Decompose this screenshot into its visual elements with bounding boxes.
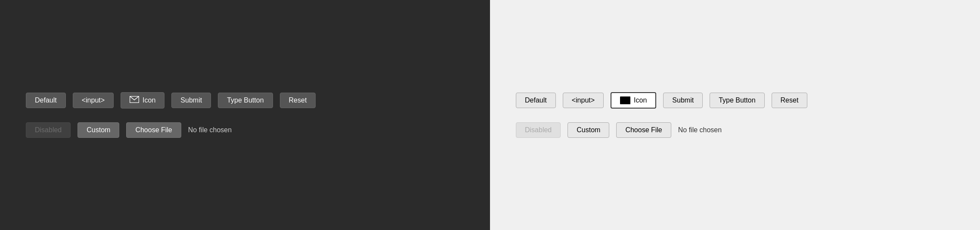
light-icon-button[interactable]: Icon [611, 92, 656, 109]
light-custom-button[interactable]: Custom [568, 122, 609, 138]
light-choose-file-button[interactable]: Choose File [616, 122, 671, 138]
light-row-2: Disabled Custom Choose File No file chos… [516, 122, 722, 138]
dark-custom-button[interactable]: Custom [78, 122, 119, 138]
dark-icon-button-label: Icon [143, 96, 155, 104]
dark-no-file-text: No file chosen [188, 126, 232, 134]
light-type-button[interactable]: Type Button [710, 93, 764, 108]
dark-reset-button[interactable]: Reset [280, 93, 316, 108]
light-row-1: Default <input> Icon Submit Type Button … [516, 92, 807, 109]
dark-row-1: Default <input> Icon Submit Type Button … [26, 92, 316, 109]
light-submit-button[interactable]: Submit [663, 93, 703, 108]
light-default-button[interactable]: Default [516, 93, 556, 108]
light-disabled-button: Disabled [516, 122, 561, 138]
light-reset-button[interactable]: Reset [772, 93, 808, 108]
dark-icon-button[interactable]: Icon [121, 92, 164, 109]
light-icon-button-label: Icon [634, 96, 647, 104]
dark-panel: Default <input> Icon Submit Type Button … [0, 0, 490, 230]
dark-type-button[interactable]: Type Button [218, 93, 273, 108]
light-no-file-text: No file chosen [678, 126, 722, 134]
light-panel: Default <input> Icon Submit Type Button … [490, 0, 980, 230]
mail-icon [130, 96, 139, 105]
dark-choose-file-button[interactable]: Choose File [126, 122, 181, 138]
dark-disabled-button: Disabled [26, 122, 71, 138]
dark-row-2: Disabled Custom Choose File No file chos… [26, 122, 232, 138]
dark-submit-button[interactable]: Submit [171, 93, 211, 108]
icon-box [620, 96, 630, 104]
dark-default-button[interactable]: Default [26, 93, 66, 108]
light-input-button[interactable]: <input> [563, 93, 604, 108]
dark-input-button[interactable]: <input> [73, 93, 114, 108]
